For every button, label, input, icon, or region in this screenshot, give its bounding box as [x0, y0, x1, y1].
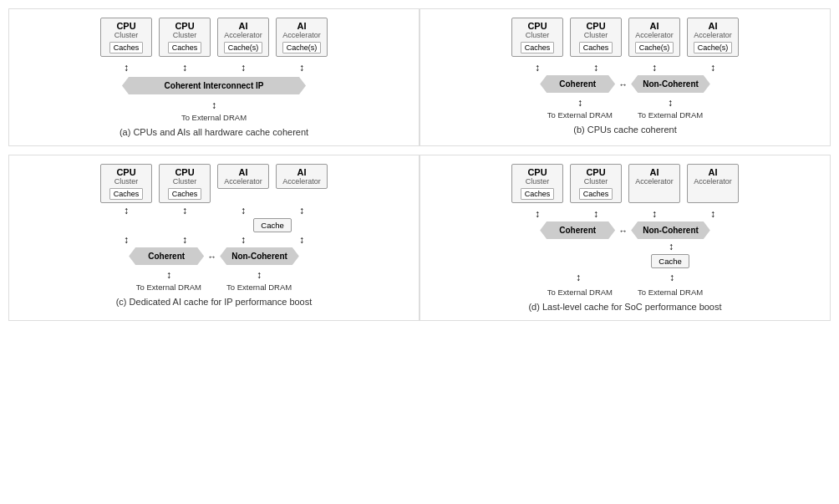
- ai1-subtitle-a: Accelerator: [222, 31, 264, 39]
- cpu2-cache-a: Caches: [168, 42, 202, 53]
- node-cpu1-b: CPU Cluster Caches: [511, 18, 563, 57]
- diagram-b: CPU Cluster Caches CPU Cluster Caches AI…: [420, 8, 831, 146]
- noncoherent-banner-c: Non-Coherent: [220, 247, 299, 265]
- node-cpu2-d: CPU Cluster Caches: [570, 164, 622, 203]
- llc-cache-box-d: Cache: [651, 254, 689, 268]
- coherent-banner-c: Coherent: [129, 247, 204, 265]
- node-ai2-d: AI Accelerator: [687, 164, 739, 203]
- arrow-cpu1-a: ↕: [100, 62, 152, 74]
- ai2-subtitle-a: Accelerator: [281, 31, 323, 39]
- diagram-c: CPU Cluster Caches CPU Cluster Caches: [8, 155, 420, 321]
- cpu2-title-a: CPU: [164, 21, 206, 31]
- node-ai1-b: AI Accelerator Cache(s): [628, 18, 680, 57]
- node-ai1-a: AI Accelerator Cache(s): [217, 18, 269, 57]
- node-cpu2-b: CPU Cluster Caches: [570, 18, 622, 57]
- arr-ai1-c: ↕: [217, 205, 269, 216]
- dram-text-a: To External DRAM: [181, 113, 247, 122]
- caption-d: (d) Last-level cache for SoC performance…: [528, 302, 721, 312]
- arr-cpu1-d: ↕: [511, 208, 563, 220]
- ai1-title-a: AI: [222, 21, 264, 31]
- arr-cpu2-c: ↕: [159, 205, 211, 216]
- dram-left-b: ↕ To External DRAM: [547, 97, 613, 120]
- noncoherent-banner-b: Non-Coherent: [631, 75, 710, 93]
- nodes-row-a: CPU Cluster Caches CPU Cluster Caches AI…: [100, 18, 328, 57]
- cpu1-title-a: CPU: [105, 21, 147, 31]
- ai1-cache-a: Cache(s): [224, 42, 263, 53]
- diagram-c-content: CPU Cluster Caches CPU Cluster Caches: [22, 164, 406, 292]
- dram-row-c: ↕ To External DRAM ↕ To External DRAM: [136, 269, 292, 292]
- node-ai1-c: AI Accelerator: [217, 164, 269, 189]
- node-ai2-b: AI Accelerator Cache(s): [687, 18, 739, 57]
- dram-right-b: ↕ To External DRAM: [638, 97, 703, 120]
- caption-b: (b) CPUs cache coherent: [573, 125, 677, 135]
- dram-right-d: To External DRAM: [638, 286, 703, 297]
- arrow-dram-a: ↕: [211, 99, 216, 111]
- caption-a: (a) CPUs and AIs all hardware cache cohe…: [119, 127, 308, 137]
- coherent-banner-d: Coherent: [540, 221, 615, 239]
- dram-left-d: To External DRAM: [547, 286, 613, 297]
- arrow-ai1-a: ↕: [217, 62, 269, 74]
- dual-banner-d: Coherent ↔ Non-Coherent: [540, 221, 710, 239]
- arr-dram-left-d: ↕: [535, 272, 622, 283]
- arr-cpu1-c: ↕: [100, 205, 152, 216]
- diagram-d-content: CPU Cluster Caches CPU Cluster Caches AI…: [433, 164, 817, 297]
- arr2-ai2-c: ↕: [276, 234, 328, 246]
- node-cpu1-a: CPU Cluster Caches: [100, 18, 152, 57]
- arrow-ai2-b: ↕: [687, 62, 739, 74]
- arrow-ai1-b: ↕: [628, 62, 680, 74]
- dual-banner-b: Coherent ↔ Non-Coherent: [540, 75, 710, 93]
- banner-row-a: Coherent Interconnect IP: [22, 77, 406, 94]
- horiz-arrow-d: ↔: [618, 226, 628, 236]
- arrow-cpu1-b: ↕: [511, 62, 563, 74]
- node-cpu2-a: CPU Cluster Caches: [159, 18, 211, 57]
- node-ai2-a: AI Accelerator Cache(s): [276, 18, 328, 57]
- cpu1-subtitle-a: Cluster: [105, 31, 147, 39]
- horiz-arrow-c: ↔: [207, 252, 216, 262]
- arr-cpu2-d: ↕: [570, 208, 622, 220]
- node-cpu1-c: CPU Cluster Caches: [100, 164, 152, 203]
- diagram-a-content: CPU Cluster Caches CPU Cluster Caches AI…: [22, 18, 406, 122]
- horiz-arrow-b: ↔: [618, 79, 628, 89]
- arr2-ai1-c: ↕: [217, 234, 269, 246]
- arr-noncoherent-down-d: ↕: [633, 241, 709, 252]
- arrow-cpu2-b: ↕: [570, 62, 622, 74]
- noncoherent-banner-d: Non-Coherent: [631, 221, 710, 239]
- dram-row-b: ↕ To External DRAM ↕ To External DRAM: [547, 97, 703, 120]
- node-ai1-d: AI Accelerator: [628, 164, 680, 203]
- nodes-row-d: CPU Cluster Caches CPU Cluster Caches AI…: [511, 164, 739, 203]
- cpu2-subtitle-a: Cluster: [164, 31, 206, 39]
- ai2-group-c: AI Accelerator: [276, 164, 328, 203]
- node-cpu2-c: CPU Cluster Caches: [159, 164, 211, 203]
- diagram-b-content: CPU Cluster Caches CPU Cluster Caches AI…: [433, 18, 817, 120]
- arr-ai2-c: ↕: [276, 205, 328, 216]
- ai2-title-a: AI: [281, 21, 323, 31]
- dram-row-d: To External DRAM To External DRAM: [547, 286, 703, 297]
- nodes-row-b: CPU Cluster Caches CPU Cluster Caches AI…: [511, 18, 739, 57]
- dram-left-c: ↕ To External DRAM: [136, 269, 201, 292]
- dual-banner-c: Coherent ↔ Non-Coherent: [129, 247, 299, 265]
- ai1-group-c: AI Accelerator: [217, 164, 269, 203]
- caption-c: (c) Dedicated AI cache for IP performanc…: [116, 297, 313, 307]
- cpu2-group-c: CPU Cluster Caches: [159, 164, 211, 203]
- node-cpu1-d: CPU Cluster Caches: [511, 164, 563, 203]
- dram-right-c: ↕ To External DRAM: [226, 269, 292, 292]
- diagram-a: CPU Cluster Caches CPU Cluster Caches AI…: [8, 8, 420, 146]
- arrow-cpu2-a: ↕: [159, 62, 211, 74]
- ai-cache-box-c: Cache: [253, 218, 291, 232]
- arr2-cpu2-c: ↕: [159, 234, 211, 246]
- ai2-cache-a: Cache(s): [282, 42, 322, 53]
- arr2-cpu1-c: ↕: [100, 234, 152, 246]
- node-ai2-c: AI Accelerator: [276, 164, 328, 189]
- arr-ai1-d: ↕: [628, 208, 680, 220]
- cpu1-cache-a: Caches: [109, 42, 144, 53]
- arr-ai2-d: ↕: [687, 208, 739, 220]
- coherent-interconnect-banner: Coherent Interconnect IP: [122, 77, 306, 94]
- arr-dram-right-d: ↕: [628, 272, 715, 283]
- coherent-banner-b: Coherent: [540, 75, 615, 93]
- cpu1-group-c: CPU Cluster Caches: [100, 164, 152, 203]
- arrow-ai2-a: ↕: [276, 62, 328, 74]
- diagram-d: CPU Cluster Caches CPU Cluster Caches AI…: [420, 155, 831, 321]
